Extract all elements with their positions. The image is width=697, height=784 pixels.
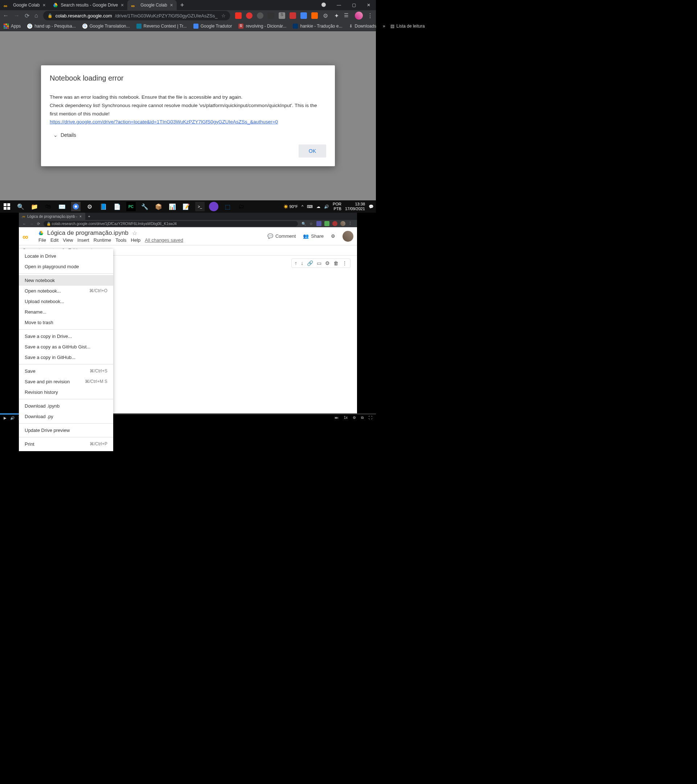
app-icon[interactable]: 📊 bbox=[168, 202, 177, 211]
explorer-icon[interactable]: 📁 bbox=[30, 202, 39, 211]
pip-icon[interactable]: ⧉ bbox=[361, 416, 363, 420]
reload-button[interactable]: ⟳ bbox=[37, 222, 40, 226]
menu-rename[interactable]: Rename... bbox=[19, 307, 113, 317]
notepad-icon[interactable]: 📘 bbox=[99, 202, 108, 211]
profile-avatar[interactable] bbox=[342, 231, 353, 242]
reload-button[interactable]: ⟳ bbox=[25, 12, 30, 19]
terminal-icon[interactable]: >_ bbox=[195, 202, 205, 211]
ext-icon[interactable] bbox=[301, 12, 307, 19]
menu-runtime[interactable]: Runtime bbox=[94, 237, 111, 243]
menu-file[interactable]: File bbox=[38, 237, 46, 243]
tab-colab-2-active[interactable]: Google Colab × bbox=[127, 0, 177, 10]
clock[interactable]: 13:38 17/09/2021 bbox=[345, 202, 365, 211]
ext-icon[interactable] bbox=[289, 12, 296, 19]
menu-save[interactable]: Save⌘/Ctrl+S bbox=[19, 366, 113, 376]
link-icon[interactable]: 🔗 bbox=[307, 260, 313, 266]
menu-insert[interactable]: Insert bbox=[77, 237, 89, 243]
save-status[interactable]: All changes saved bbox=[145, 237, 183, 243]
bookmark-item[interactable]: ⬇Downloads bbox=[349, 24, 376, 29]
profile-avatar[interactable] bbox=[355, 12, 363, 20]
chrome-icon[interactable] bbox=[71, 202, 81, 211]
app-icon[interactable]: 🗂 bbox=[237, 202, 246, 211]
app-icon[interactable]: 📄 bbox=[112, 202, 122, 211]
menu-icon[interactable]: ⋮ bbox=[348, 221, 353, 226]
colab-logo[interactable]: ∞ bbox=[23, 232, 34, 240]
settings-icon[interactable]: ⚙ bbox=[85, 202, 94, 211]
minimize-button[interactable]: — bbox=[337, 3, 341, 8]
ext-icon[interactable] bbox=[235, 12, 242, 19]
tray-icon[interactable]: ☁ bbox=[316, 204, 321, 209]
reading-list-button[interactable]: ▤Lista de leitura bbox=[390, 24, 425, 29]
speed-label[interactable]: 1x bbox=[344, 416, 348, 420]
store-icon[interactable]: 🛍 bbox=[44, 202, 53, 211]
tab-drive[interactable]: Search results - Google Drive × bbox=[49, 0, 128, 10]
menu-locate[interactable]: Locate in Drive bbox=[19, 251, 113, 261]
settings-icon[interactable]: ⚙ bbox=[325, 260, 330, 266]
avatar[interactable] bbox=[340, 221, 345, 226]
reading-list-icon[interactable]: ☰ bbox=[344, 12, 350, 19]
bookmark-item[interactable]: hankie - Tradução e... bbox=[293, 24, 342, 29]
bookmark-item[interactable]: Reverso Context | Tr... bbox=[136, 24, 187, 29]
menu-save-pin[interactable]: Save and pin revision⌘/Ctrl+M S bbox=[19, 376, 113, 387]
menu-history[interactable]: Revision history bbox=[19, 387, 113, 397]
pycharm-icon[interactable]: PC bbox=[126, 202, 136, 211]
menu-playground[interactable]: Open in playground mode bbox=[19, 261, 113, 272]
menu-edit[interactable]: Edit bbox=[51, 237, 58, 243]
vscode-icon[interactable]: ⬚ bbox=[223, 202, 232, 211]
comment-button[interactable]: 💬 Comment bbox=[267, 233, 296, 239]
forward-button[interactable]: → bbox=[30, 222, 33, 226]
forward-button[interactable]: → bbox=[14, 12, 20, 19]
settings-icon[interactable]: ⚙ bbox=[331, 233, 335, 239]
tab-colab-1[interactable]: Google Colab × bbox=[0, 0, 49, 10]
menu-upload[interactable]: Upload notebook... bbox=[19, 296, 113, 307]
ok-button[interactable]: OK bbox=[299, 145, 326, 158]
home-button[interactable]: ⌂ bbox=[35, 12, 38, 19]
language-indicator[interactable]: POR PTB bbox=[333, 202, 342, 211]
bookmark-star-icon[interactable]: ☆ bbox=[221, 13, 226, 18]
inner-tab[interactable]: ∞ Lógica de programação.ipynb - × bbox=[19, 213, 85, 220]
app-icon[interactable]: 🔧 bbox=[140, 202, 150, 211]
details-toggle[interactable]: Details bbox=[50, 132, 326, 138]
star-icon[interactable]: ☆ bbox=[132, 230, 137, 237]
weather-widget[interactable]: ☀️ 90°F bbox=[283, 204, 298, 209]
bookmark-item[interactable]: Ghand up - Pesquisa... bbox=[27, 24, 76, 29]
comment-icon[interactable]: ▭ bbox=[317, 260, 321, 266]
ext-icon[interactable] bbox=[246, 12, 253, 19]
ext-icon[interactable] bbox=[257, 12, 263, 19]
more-icon[interactable]: ⋮ bbox=[342, 260, 347, 266]
app-icon[interactable]: 📝 bbox=[181, 202, 191, 211]
bookmark-overflow[interactable]: » bbox=[383, 24, 385, 29]
search-icon[interactable]: 🔍 bbox=[16, 202, 25, 211]
new-tab-button[interactable]: + bbox=[177, 2, 188, 9]
menu-download-py[interactable]: Download .py bbox=[19, 411, 113, 422]
star-icon[interactable]: ☆ bbox=[309, 222, 313, 226]
url-field[interactable]: 🔒 colab.research.google.com/drive/1jDfCa… bbox=[44, 221, 298, 226]
app-icon[interactable]: 📦 bbox=[154, 202, 163, 211]
ext-icon[interactable] bbox=[268, 12, 274, 19]
menu-trash[interactable]: Move to trash bbox=[19, 317, 113, 328]
close-icon[interactable]: × bbox=[121, 2, 124, 8]
menu-open-notebook[interactable]: Open notebook...⌘/Ctrl+O bbox=[19, 286, 113, 296]
settings-icon[interactable]: ⚙ bbox=[353, 416, 356, 420]
back-button[interactable]: ← bbox=[3, 12, 9, 19]
menu-download-ipynb[interactable]: Download .ipynb bbox=[19, 401, 113, 411]
menu-update-preview[interactable]: Update Drive preview bbox=[19, 425, 113, 436]
back-button[interactable]: ← bbox=[23, 222, 26, 226]
notifications-icon[interactable]: 💬 bbox=[369, 204, 374, 209]
ext-icon[interactable] bbox=[324, 221, 329, 226]
menu-save-drive[interactable]: Save a copy in Drive... bbox=[19, 331, 113, 341]
menu-print[interactable]: Print⌘/Ctrl+P bbox=[19, 439, 113, 450]
bookmark-item[interactable]: Google Tradutor bbox=[193, 24, 232, 29]
start-button[interactable] bbox=[2, 202, 12, 211]
address-bar[interactable]: 🔒 colab.research.google.com/drive/1TInG0… bbox=[43, 11, 230, 20]
tray-icon[interactable]: ⌨ bbox=[307, 204, 313, 209]
add-code-button[interactable]: + bbox=[21, 215, 24, 220]
delete-icon[interactable]: 🗑 bbox=[334, 260, 339, 266]
move-up-icon[interactable]: ↑ bbox=[294, 260, 297, 266]
github-icon[interactable] bbox=[209, 202, 219, 211]
share-button[interactable]: 👥 Share bbox=[303, 233, 324, 239]
menu-save-github[interactable]: Save a copy in GitHub... bbox=[19, 352, 113, 362]
zoom-icon[interactable]: 🔍 bbox=[301, 222, 306, 226]
tray-chevron-icon[interactable]: ^ bbox=[301, 204, 303, 209]
ext-icon[interactable] bbox=[332, 221, 337, 226]
